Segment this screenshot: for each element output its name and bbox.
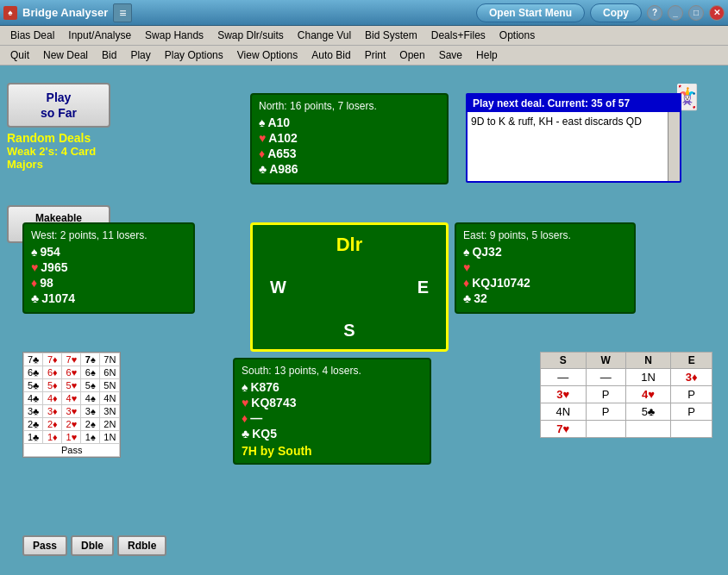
menu-help[interactable]: Help	[469, 47, 505, 63]
compass-south: S	[343, 321, 355, 341]
bid-w4	[586, 421, 625, 438]
spade-icon: ♠	[242, 380, 248, 394]
menu-deals-files[interactable]: Deals+Files	[424, 28, 493, 43]
west-clubs-row: ♣ J1074	[31, 291, 186, 305]
east-diamonds-value: KQJ10742	[472, 276, 530, 290]
north-hearts-value: A102	[268, 131, 297, 145]
help-button[interactable]: ?	[647, 5, 662, 21]
app-title: Bridge Analyser	[22, 6, 108, 19]
play-so-far-button[interactable]: Playso Far	[7, 83, 110, 128]
title-bar: ♠ Bridge Analyser ≡ Open Start Menu Copy…	[0, 0, 728, 26]
north-diamonds-row: ♦ A653	[259, 147, 440, 160]
pass-button[interactable]: Pass	[22, 535, 67, 556]
bid-row-3: 4N P 5♣ P	[541, 403, 712, 421]
open-start-menu-button[interactable]: Open Start Menu	[476, 3, 585, 22]
west-title: West: 2 points, 11 losers.	[31, 229, 186, 241]
heart-icon: ♥	[463, 260, 470, 274]
mk-6d: 6♦	[43, 366, 62, 379]
bid-n4	[625, 421, 671, 438]
menu-new-deal[interactable]: New Deal	[36, 47, 95, 63]
menu-print[interactable]: Print	[358, 47, 393, 63]
mk-4d: 4♦	[43, 392, 62, 405]
menu-bid-system[interactable]: Bid System	[358, 28, 424, 43]
scrollbar[interactable]	[668, 112, 680, 181]
south-clubs-row: ♣ KQ5	[242, 427, 423, 441]
redouble-button[interactable]: Rdble	[117, 535, 166, 556]
bid-n1: 1N	[625, 369, 671, 386]
diamond-icon: ♦	[463, 276, 469, 290]
mk-7h: 7♥	[62, 353, 81, 366]
bid-row-4: 7♥	[541, 421, 712, 438]
close-button[interactable]: ✕	[709, 5, 725, 21]
mk-4h: 4♥	[62, 392, 81, 405]
menu-bar-2: Quit New Deal Bid Play Play Options View…	[0, 46, 728, 66]
mk-1n: 1N	[100, 431, 120, 444]
menu-options[interactable]: Options	[493, 28, 542, 43]
east-hearts-row: ♥	[463, 260, 627, 274]
west-clubs-value: J1074	[41, 291, 75, 305]
heart-icon: ♥	[242, 396, 248, 409]
spade-icon: ♠	[463, 245, 469, 259]
south-spades-value: K876	[250, 380, 279, 394]
east-diamonds-row: ♦ KQJ10742	[463, 276, 627, 290]
bid-s2: 3♥	[541, 386, 587, 403]
west-diamonds-value: 98	[40, 276, 53, 290]
weak2s-label: Weak 2's: 4 Card Majors	[7, 145, 110, 171]
menu-play-options[interactable]: Play Options	[158, 47, 230, 63]
menu-bias-deal[interactable]: Bias Deal	[3, 28, 61, 43]
bid-w2: P	[586, 386, 625, 403]
diamond-icon: ♦	[242, 411, 248, 425]
south-diamonds-row: ♦ —	[242, 411, 423, 425]
mk-1s: 1♠	[81, 431, 100, 444]
south-hearts-value: KQ8743	[251, 396, 296, 409]
copy-button[interactable]: Copy	[590, 3, 642, 22]
menu-change-vul[interactable]: Change Vul	[291, 28, 358, 43]
south-diamonds-value: —	[250, 411, 262, 425]
mk-6h: 6♥	[62, 366, 81, 379]
bid-e1: 3♦	[671, 369, 712, 386]
menu-swap-dlr-suits[interactable]: Swap Dlr/suits	[210, 28, 291, 43]
east-clubs-row: ♣ 32	[463, 291, 627, 305]
west-hand: West: 2 points, 11 losers. ♠ 954 ♥ J965 …	[22, 222, 195, 314]
bid-n3: 5♣	[625, 403, 671, 421]
bid-e2: P	[671, 386, 712, 403]
mk-2c: 2♣	[24, 418, 43, 431]
random-deals-label: Random Deals	[7, 131, 110, 145]
bid-e3: P	[671, 403, 712, 421]
club-icon: ♣	[463, 291, 471, 305]
mk-6n: 6N	[100, 366, 120, 379]
play-next-text: 9D to K & ruff, KH - east discards QD	[471, 116, 642, 128]
double-button[interactable]: Dble	[71, 535, 114, 556]
mk-7s: 7♠	[81, 353, 100, 366]
mk-2h: 2♥	[62, 418, 81, 431]
mk-6c: 6♣	[24, 366, 43, 379]
mk-5h: 5♥	[62, 379, 81, 392]
club-icon: ♣	[31, 291, 39, 305]
mk-4c: 4♣	[24, 392, 43, 405]
menu-auto-bid[interactable]: Auto Bid	[304, 47, 357, 63]
west-hearts-row: ♥ J965	[31, 260, 186, 274]
bid-table: S W N E — — 1N 3♦ 3♥ P 4♥ P 4N P 5♣	[540, 352, 712, 438]
menu-bid[interactable]: Bid	[95, 47, 123, 63]
play-panel: Playso Far Random Deals Weak 2's: 4 Card…	[7, 83, 110, 243]
play-next-title[interactable]: Play next deal. Current: 35 of 57	[468, 95, 680, 112]
play-next-deal-box: Play next deal. Current: 35 of 57 9D to …	[466, 93, 681, 183]
menu-open[interactable]: Open	[392, 47, 431, 63]
menu-play[interactable]: Play	[123, 47, 157, 63]
bid-s4: 7♥	[541, 421, 587, 438]
mk-row-5: 5♣ 5♦ 5♥ 5♠ 5N	[24, 379, 120, 392]
menu-quit[interactable]: Quit	[3, 47, 36, 63]
menu-input-analyse[interactable]: Input/Analyse	[61, 28, 138, 43]
maximize-button[interactable]: □	[688, 5, 704, 21]
menu-swap-hands[interactable]: Swap Hands	[138, 28, 210, 43]
minimize-button[interactable]: _	[668, 5, 683, 21]
mk-row-7: 7♣ 7♦ 7♥ 7♠ 7N	[24, 353, 120, 366]
mk-3h: 3♥	[62, 405, 81, 418]
bid-s1: —	[541, 369, 587, 386]
menu-save[interactable]: Save	[432, 47, 469, 63]
menu-view-options[interactable]: View Options	[230, 47, 304, 63]
hamburger-menu[interactable]: ≡	[113, 3, 132, 22]
west-diamonds-row: ♦ 98	[31, 276, 186, 290]
bottom-buttons: Pass Dble Rdble	[22, 535, 166, 556]
east-title: East: 9 points, 5 losers.	[463, 229, 627, 241]
